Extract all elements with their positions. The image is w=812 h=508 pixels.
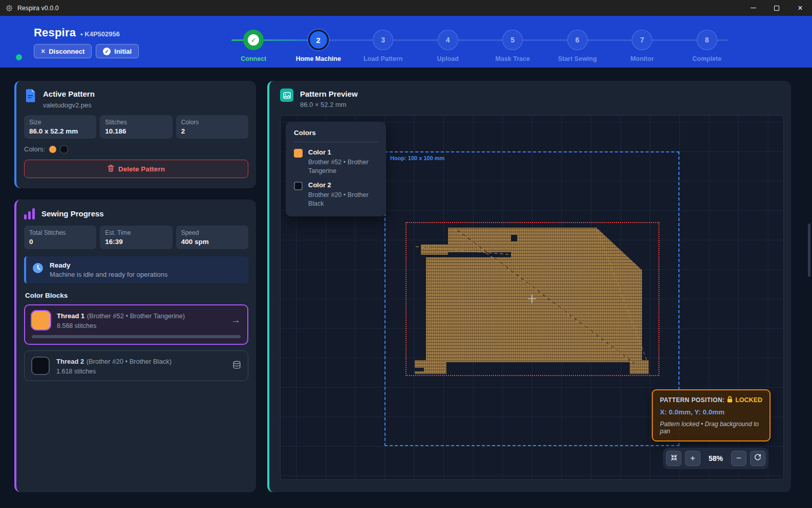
thread-2-name: Thread 2 [56,358,84,365]
zoom-in-button[interactable]: + [685,451,700,466]
step-circle-active: 2 [308,30,329,50]
minimize-icon [751,8,756,8]
preview-canvas[interactable]: Hoop: 100 x 100 mm [280,115,784,480]
step-complete[interactable]: 8 Complete [675,30,740,65]
pattern-stats: Size 86.0 x 52.2 mm Stitches 10.186 Colo… [24,115,248,139]
locked-badge[interactable]: LOCKED [727,396,762,404]
disconnect-button[interactable]: × Disconnect [34,44,92,58]
window-title: Respira v0.0.0 [17,5,59,12]
disconnect-x-icon: × [41,47,45,55]
stat-est-time: Est. Time 16:39 [100,226,172,249]
status-description: Machine is idle and ready for operations [50,271,168,278]
thread-2-stitches: 1.618 stitches [56,368,226,375]
main-content: Active Pattern valetudogv2.pes Size 86.0… [0,68,812,508]
image-icon [280,89,293,102]
layers-stack-icon [232,361,241,371]
legend-divider [294,142,378,142]
step-label: Home Machine [296,55,341,62]
reset-view-button[interactable] [750,451,765,466]
machine-status-banner: Ready Machine is idle and ready for oper… [24,256,248,283]
pattern-coordinates: X: 0.0mm, Y: 0.0mm [660,408,762,416]
arrow-right-icon: → [231,315,241,326]
workflow-stepper: ✓ Connect 2 Home Machine 3 Load Pattern … [221,30,739,65]
step-label: Load Pattern [364,55,402,62]
step-load-pattern[interactable]: 3 Load Pattern [351,30,416,65]
pattern-preview-title: Pattern Preview [300,89,358,98]
step-upload[interactable]: 4 Upload [416,30,481,65]
delete-pattern-button[interactable]: Delete Pattern [24,160,248,178]
check-circle-icon: ✓ [103,48,111,55]
left-column: Active Pattern valetudogv2.pes Size 86.0… [14,81,256,492]
titlebar: Respira v0.0.0 × [0,0,812,16]
step-circle: 4 [438,30,458,50]
maximize-button[interactable] [765,0,788,16]
clock-icon [32,262,44,276]
minus-icon: − [736,453,741,463]
pan-hint: Pattern locked • Drag background to pan [660,421,762,435]
stat-total-stitches: Total Stitches 0 [24,226,96,249]
pattern-position-label: PATTERN POSITION: [660,396,724,404]
pattern-preview-card: Pattern Preview 86.0 × 52.2 mm Hoop: 100… [267,81,791,492]
thread-2-detail: (Brother #20 • Brother Black) [87,358,172,365]
thread-2-swatch [31,357,50,375]
thread-1-block[interactable]: Thread 1 (Brother #52 • Brother Tangerin… [24,304,248,345]
thread-1-progress-bar [32,335,241,338]
step-circle-done: ✓ [243,30,264,50]
colors-label: Colors: [24,145,45,153]
thread-1-detail: (Brother #52 • Brother Tangerine) [87,312,185,320]
step-circle: 6 [567,30,588,50]
status-title: Ready [50,261,168,269]
hoop-label: Hoop: 100 x 100 mm [390,155,444,161]
thread-1-swatch [32,311,50,329]
pattern-colors-row: Colors: [24,145,248,153]
step-circle: 3 [373,30,393,50]
thread-1-name: Thread 1 [57,312,84,320]
active-pattern-title: Active Pattern [43,89,95,98]
trash-icon [108,165,114,173]
fit-view-button[interactable] [666,451,681,466]
app-icon [5,4,13,12]
sewing-progress-title: Sewing Progress [41,207,104,218]
pattern-dimensions: 86.0 × 52.2 mm [300,101,358,108]
window-controls: × [741,0,812,16]
zoom-out-button[interactable]: − [731,451,746,466]
connection-status-dot [16,54,22,60]
app-window: Respira v0.0.0 × Respira • K4P502956 × D… [0,0,812,508]
step-label: Start Sewing [558,55,597,62]
thread-1-stitches: 8.568 stitches [57,322,224,329]
close-button[interactable]: × [788,0,812,16]
step-mask-trace[interactable]: 5 Mask Trace [480,30,545,65]
step-home-machine[interactable]: 2 Home Machine [286,30,351,65]
color-blocks-heading: Color Blocks [25,292,248,299]
zoom-toolbar: + 58% − [663,448,768,469]
stat-size: Size 86.0 x 52.2 mm [24,115,96,139]
legend-swatch-2 [294,182,303,190]
legend-item-color-2: Color 2 Brother #20 • Brother Black [294,181,378,208]
sewing-stats: Total Stitches 0 Est. Time 16:39 Speed 4… [24,226,248,249]
step-circle: 7 [632,30,652,50]
pattern-bounds-box [405,222,659,376]
step-circle: 8 [697,30,717,50]
stat-speed: Speed 400 spm [176,226,248,249]
thread-2-block[interactable]: Thread 2 (Brother #20 • Brother Black) 1… [24,350,248,381]
stat-stitches: Stitches 10.186 [100,115,172,139]
pattern-position-overlay: PATTERN POSITION: LOCKED X: 0.0mm, Y: 0.… [652,389,771,441]
step-label: Mask Trace [496,55,530,62]
step-start-sewing[interactable]: 6 Start Sewing [545,30,610,65]
document-icon [24,89,36,105]
bar-chart-icon [24,207,35,219]
stat-colors: Colors 2 [176,115,248,139]
initial-button[interactable]: ✓ Initial [96,44,139,58]
step-circle: 5 [502,30,523,50]
brand-block: Respira • K4P502956 × Disconnect ✓ Initi… [34,26,139,58]
legend-item-color-1: Color 1 Brother #52 • Brother Tangerine [294,148,378,175]
sewing-progress-card: Sewing Progress Total Stitches 0 Est. Ti… [14,200,256,492]
step-connect[interactable]: ✓ Connect [221,30,286,65]
step-label: Upload [437,55,459,62]
machine-serial: • K4P502956 [80,30,120,38]
window-scrollbar-thumb[interactable] [808,224,810,277]
refresh-icon [754,453,761,463]
check-icon: ✓ [248,34,259,46]
step-monitor[interactable]: 7 Monitor [610,30,675,65]
minimize-button[interactable] [741,0,765,16]
